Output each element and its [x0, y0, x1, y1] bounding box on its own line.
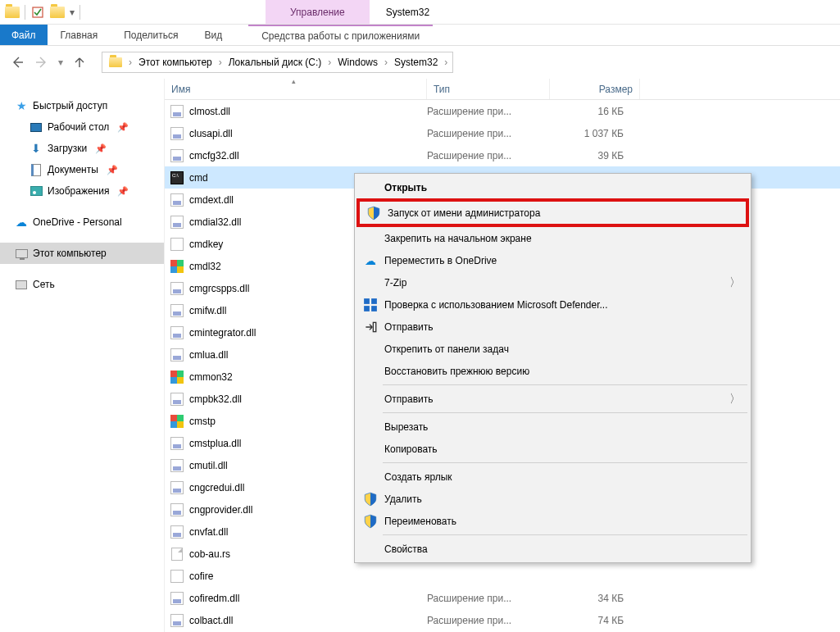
file-icon — [170, 126, 184, 141]
cloud-icon: ☁ — [363, 253, 378, 268]
ctx-separator — [383, 462, 747, 463]
cloud-icon: ☁ — [15, 216, 28, 229]
ribbon-context-header: Управление — [266, 0, 370, 24]
ctx-restore-previous[interactable]: Восстановить прежнюю версию — [356, 360, 749, 382]
file-tab[interactable]: Файл — [0, 25, 48, 45]
sidebar-this-pc[interactable]: Этот компьютер — [0, 243, 164, 264]
tab-view[interactable]: Вид — [191, 25, 235, 45]
sidebar-quick-access[interactable]: ★ Быстрый доступ — [0, 95, 164, 116]
breadcrumb-system32[interactable]: System32 — [391, 52, 441, 72]
ctx-move-onedrive[interactable]: ☁ Переместить в OneDrive — [356, 249, 749, 271]
qat-newfolder-button[interactable] — [48, 3, 66, 21]
file-row[interactable]: cofire — [165, 565, 840, 587]
sidebar-documents[interactable]: Документы 📌 — [0, 159, 164, 180]
address-bar[interactable]: › Этот компьютер › Локальный диск (C:) ›… — [102, 52, 453, 73]
file-row[interactable]: colbact.dllРасширение при...74 КБ — [165, 609, 840, 631]
qat-properties-button[interactable] — [29, 3, 47, 21]
desktop-icon — [30, 120, 43, 134]
up-button[interactable] — [69, 52, 90, 73]
history-dropdown[interactable]: ▾ — [56, 57, 66, 68]
defender-icon — [363, 298, 378, 312]
tab-home[interactable]: Главная — [48, 25, 111, 45]
column-name[interactable]: Имя — [165, 79, 427, 99]
file-icon — [170, 259, 184, 274]
ctx-cut[interactable]: Вырезать — [356, 416, 749, 438]
file-icon — [170, 148, 184, 163]
svg-rect-2 — [371, 298, 377, 304]
breadcrumb-this-pc[interactable]: Этот компьютер — [135, 52, 216, 72]
ctx-separator — [383, 534, 747, 535]
submenu-arrow-icon: 〉 — [729, 392, 741, 407]
sidebar-label: OneDrive - Personal — [33, 216, 122, 228]
file-name: clmost.dll — [189, 106, 427, 117]
shield-icon — [366, 206, 381, 221]
file-icon — [170, 525, 184, 539]
sidebar-label: Изображения — [48, 185, 109, 197]
column-size[interactable]: Размер — [550, 79, 640, 99]
ctx-delete[interactable]: Удалить — [356, 488, 749, 510]
ctx-separator — [383, 384, 747, 385]
ctx-open[interactable]: Открыть — [356, 176, 749, 198]
file-size: 74 КБ — [550, 615, 640, 626]
sidebar-pictures[interactable]: Изображения 📌 — [0, 180, 164, 202]
ctx-share[interactable]: Отправить — [356, 316, 749, 338]
tab-share[interactable]: Поделиться — [111, 25, 191, 45]
file-row[interactable]: cofiredm.dllРасширение при...34 КБ — [165, 587, 840, 609]
breadcrumb-windows[interactable]: Windows — [334, 52, 381, 72]
sidebar-downloads[interactable]: ⬇ Загрузки 📌 — [0, 138, 164, 159]
file-size: 1 037 КБ — [550, 128, 640, 139]
ctx-copy[interactable]: Копировать — [356, 438, 749, 460]
sidebar-label: Быстрый доступ — [33, 100, 107, 111]
title-bar: ▾ Управление System32 — [0, 0, 840, 25]
ctx-run-as-admin[interactable]: Запуск от имени администратора — [360, 202, 746, 224]
file-icon — [170, 591, 184, 606]
ctx-send-to[interactable]: Отправить〉 — [356, 388, 749, 410]
file-icon — [170, 104, 184, 119]
network-icon — [15, 278, 28, 291]
sidebar-label: Документы — [48, 164, 98, 175]
quick-access-toolbar: ▾ — [0, 0, 85, 24]
file-icon — [170, 547, 184, 562]
svg-rect-5 — [373, 322, 375, 331]
svg-rect-0 — [33, 7, 43, 17]
star-icon: ★ — [15, 99, 28, 112]
file-icon — [170, 392, 184, 407]
file-row[interactable]: clmost.dllРасширение при...16 КБ — [165, 100, 840, 122]
documents-icon — [30, 163, 43, 176]
ctx-create-shortcut[interactable]: Создать ярлык — [356, 466, 749, 488]
file-type: Расширение при... — [427, 106, 550, 117]
breadcrumb-root-icon[interactable] — [106, 52, 125, 72]
sidebar-onedrive[interactable]: ☁ OneDrive - Personal — [0, 211, 164, 233]
ctx-7zip[interactable]: 7-Zip〉 — [356, 271, 749, 293]
tab-app-tools[interactable]: Средства работы с приложениями — [248, 25, 433, 45]
sidebar-label: Этот компьютер — [33, 248, 107, 259]
ctx-properties[interactable]: Свойства — [356, 538, 749, 560]
svg-rect-3 — [364, 306, 370, 311]
folder-icon[interactable] — [3, 3, 21, 21]
qat-customize-dropdown[interactable]: ▾ — [68, 3, 76, 21]
forward-button[interactable] — [31, 52, 52, 73]
ctx-defender-scan[interactable]: Проверка с использованием Microsoft Defe… — [356, 293, 749, 316]
sidebar-label: Сеть — [33, 279, 55, 290]
file-name: colbact.dll — [189, 615, 427, 626]
pin-icon: 📌 — [95, 143, 107, 154]
pictures-icon — [30, 184, 43, 198]
ctx-rename[interactable]: Переименовать — [356, 510, 749, 532]
file-row[interactable]: clusapi.dllРасширение при...1 037 КБ — [165, 122, 840, 144]
ctx-unpin-taskbar[interactable]: Открепить от панели задач — [356, 338, 749, 360]
ribbon-tabs: Файл Главная Поделиться Вид Средства раб… — [0, 25, 840, 46]
file-icon — [170, 237, 184, 252]
downloads-icon: ⬇ — [30, 142, 43, 155]
file-icon — [170, 569, 184, 584]
sidebar-network[interactable]: Сеть — [0, 274, 164, 295]
file-row[interactable]: cmcfg32.dllРасширение при...39 КБ — [165, 144, 840, 166]
pin-icon: 📌 — [107, 165, 118, 175]
breadcrumb-drive-c[interactable]: Локальный диск (C:) — [225, 52, 325, 72]
file-size: 16 КБ — [550, 106, 640, 117]
column-type[interactable]: Тип — [427, 79, 550, 99]
ctx-pin-start[interactable]: Закрепить на начальном экране — [356, 227, 749, 249]
back-button[interactable] — [7, 52, 28, 73]
file-icon — [170, 171, 184, 185]
sidebar-desktop[interactable]: Рабочий стол 📌 — [0, 116, 164, 138]
file-icon — [170, 502, 184, 517]
